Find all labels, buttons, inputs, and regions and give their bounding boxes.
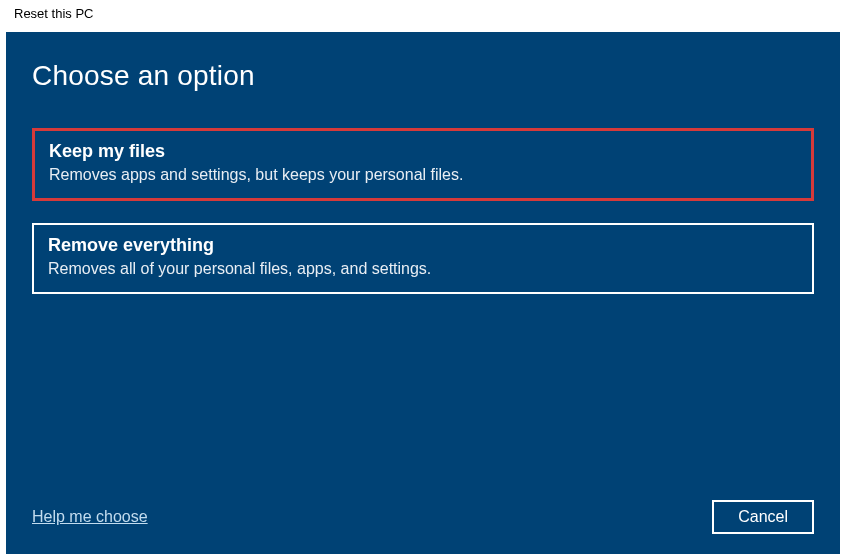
reset-dialog: Choose an option Keep my files Removes a… [6, 32, 840, 554]
option-remove-everything[interactable]: Remove everything Removes all of your pe… [32, 223, 814, 294]
window-title: Reset this PC [14, 6, 93, 21]
dialog-footer: Help me choose Cancel [32, 500, 814, 534]
page-title: Choose an option [32, 60, 814, 92]
option-description: Removes apps and settings, but keeps you… [49, 166, 797, 184]
option-title: Keep my files [49, 141, 797, 162]
help-me-choose-link[interactable]: Help me choose [32, 508, 148, 526]
window-titlebar: Reset this PC [0, 0, 846, 32]
option-keep-my-files[interactable]: Keep my files Removes apps and settings,… [32, 128, 814, 201]
option-title: Remove everything [48, 235, 798, 256]
options-list: Keep my files Removes apps and settings,… [32, 128, 814, 294]
option-description: Removes all of your personal files, apps… [48, 260, 798, 278]
cancel-button[interactable]: Cancel [712, 500, 814, 534]
